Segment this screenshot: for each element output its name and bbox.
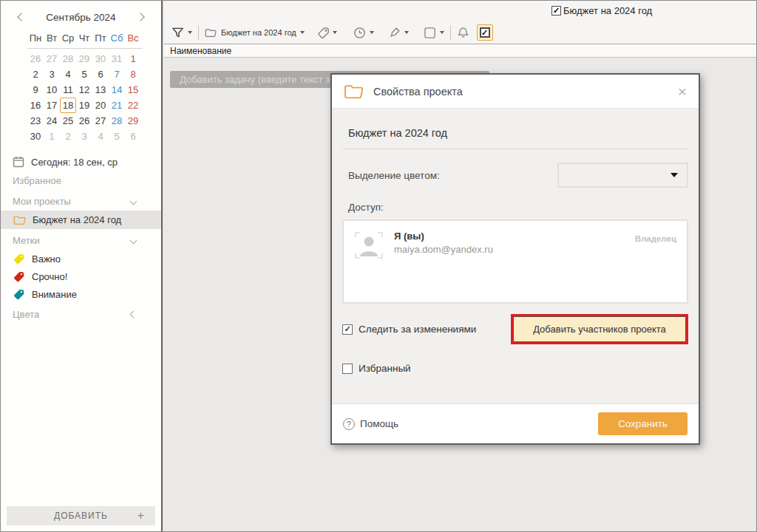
bell-icon	[457, 27, 469, 39]
divider	[342, 149, 688, 149]
calendar-day-today[interactable]: 18	[60, 98, 76, 113]
sidebar-section-favorites[interactable]: Избранное	[1, 171, 161, 190]
access-label: Доступ:	[342, 202, 688, 213]
calendar-day[interactable]: 15	[125, 82, 141, 98]
calendar-day[interactable]: 5	[109, 129, 125, 144]
calendar-day[interactable]: 27	[92, 113, 109, 129]
calendar-day[interactable]: 26	[27, 51, 44, 66]
sidebar-section-my-projects[interactable]: Мои проекты	[1, 191, 161, 211]
add-task-placeholder: Добавить задачу (введите текст зада	[180, 74, 346, 85]
calendar-day[interactable]: 25	[60, 113, 76, 129]
calendar-day[interactable]: 16	[27, 98, 44, 113]
close-icon[interactable]: ×	[678, 83, 687, 99]
calendar-day[interactable]: 19	[76, 98, 92, 113]
save-button[interactable]: Сохранить	[598, 412, 688, 435]
column-header-row[interactable]: Наименование	[164, 44, 756, 58]
calendar-day[interactable]: 12	[76, 82, 92, 98]
paint-menu-button[interactable]	[389, 27, 409, 38]
sidebar-section-colors[interactable]: Цвета	[1, 304, 161, 324]
sidebar-item-today[interactable]: Сегодня: 18 сен, ср	[13, 154, 161, 169]
calendar-day[interactable]: 9	[27, 82, 44, 98]
colors-section-label: Цвета	[13, 309, 39, 320]
dropdown-arrow-icon	[404, 31, 409, 34]
calendar-day[interactable]: 2	[60, 129, 76, 144]
sidebar-item-tag[interactable]: Внимание	[1, 285, 161, 303]
shape-menu-button[interactable]	[424, 27, 444, 39]
calendar-day[interactable]: 3	[76, 129, 92, 144]
calendar-day[interactable]: 20	[92, 98, 109, 113]
calendar-day[interactable]: 1	[44, 129, 60, 144]
sidebar-item-project-selected[interactable]: Бюджет на 2024 год	[1, 211, 161, 229]
access-list: Я (вы) maiya.dom@yandex.ru Владелец	[342, 219, 688, 304]
clock-icon	[353, 27, 366, 39]
app-window: Сентябрь 2024 ПнВтСрЧтПтСбВс 26272829303…	[0, 0, 757, 532]
folder-icon	[13, 215, 26, 225]
calendar-day[interactable]: 31	[109, 51, 125, 66]
calendar-day[interactable]: 30	[92, 51, 109, 66]
calendar-day[interactable]: 30	[27, 129, 44, 144]
calendar-day[interactable]: 14	[109, 82, 125, 98]
watch-changes-checkbox[interactable]: ✓ Следить за изменениями	[342, 324, 476, 335]
calendar-day[interactable]: 6	[92, 66, 109, 82]
completed-toggle-button[interactable]: ✓	[477, 24, 493, 41]
calendar-day[interactable]: 29	[125, 113, 141, 129]
my-projects-label: Мои проекты	[13, 196, 71, 207]
calendar-day[interactable]: 28	[109, 113, 125, 129]
calendar-day[interactable]: 11	[60, 82, 76, 98]
project-selector-button[interactable]: Бюджет на 2024 год	[205, 28, 305, 38]
calendar-day[interactable]: 28	[60, 51, 76, 66]
question-icon: ?	[343, 418, 355, 430]
add-members-button[interactable]: Добавить участников проекта	[513, 316, 686, 342]
project-label: Бюджет на 2024 год	[33, 214, 121, 225]
calendar-day[interactable]: 26	[76, 113, 92, 129]
tag-icon	[13, 271, 24, 282]
calendar-month-title: Сентябрь 2024	[46, 12, 115, 23]
calendar-day[interactable]: 29	[76, 51, 92, 66]
favorite-checkbox[interactable]: Избранный	[342, 363, 688, 374]
calendar-day[interactable]: 4	[92, 129, 109, 144]
chevron-down-icon	[130, 236, 138, 244]
time-menu-button[interactable]	[353, 27, 374, 39]
help-link[interactable]: ? Помощь	[343, 418, 398, 430]
dialog-body: Бюджет на 2024 год Выделение цветом: Дос…	[332, 127, 699, 374]
calendar-day[interactable]: 23	[27, 113, 44, 129]
filter-button[interactable]	[172, 27, 192, 39]
calendar-day[interactable]: 3	[44, 66, 60, 82]
calendar-day[interactable]: 21	[109, 98, 125, 113]
tag-menu-button[interactable]	[318, 27, 337, 38]
project-name-field[interactable]: Бюджет на 2024 год	[348, 127, 688, 139]
calendar-next-icon[interactable]	[136, 13, 144, 21]
member-role-badge: Владелец	[635, 234, 676, 243]
tags-section-label: Метки	[13, 235, 40, 246]
highlight-color-select[interactable]	[557, 163, 688, 188]
dropdown-arrow-icon	[300, 31, 305, 34]
calendar-day[interactable]: 6	[125, 129, 141, 144]
checkbox-on-icon: ✓	[480, 27, 490, 38]
sidebar-item-tag[interactable]: Срочно!	[1, 267, 161, 285]
sidebar-item-tag[interactable]: Важно	[1, 250, 161, 267]
project-visibility-toggle[interactable]: ✓ Бюджет на 2024 год	[551, 5, 652, 16]
calendar-day[interactable]: 4	[60, 66, 76, 82]
calendar-day[interactable]: 27	[44, 51, 60, 66]
calendar-day[interactable]: 13	[92, 82, 109, 98]
calendar-weekday: Пт	[92, 30, 109, 46]
checkbox-checked-icon[interactable]: ✓	[551, 6, 561, 16]
member-info: Я (вы) maiya.dom@yandex.ru	[394, 231, 493, 255]
member-name: Я (вы)	[394, 231, 493, 242]
dropdown-arrow-icon	[333, 31, 337, 34]
dialog-footer: ? Помощь Сохранить	[332, 403, 699, 443]
calendar-day[interactable]: 24	[44, 113, 60, 129]
calendar-day[interactable]: 2	[27, 66, 44, 82]
calendar-day[interactable]: 7	[109, 66, 125, 82]
calendar-day[interactable]: 8	[125, 66, 141, 82]
calendar-weekday: Пн	[27, 30, 44, 46]
calendar-day[interactable]: 17	[44, 98, 60, 113]
calendar-day[interactable]: 5	[76, 66, 92, 82]
calendar-prev-icon[interactable]	[17, 13, 25, 21]
calendar-day[interactable]: 22	[125, 98, 141, 113]
notifications-button[interactable]	[457, 27, 469, 39]
calendar-day[interactable]: 1	[125, 51, 141, 66]
calendar-day[interactable]: 10	[44, 82, 60, 98]
add-button[interactable]: ДОБАВИТЬ +	[7, 506, 155, 525]
sidebar-section-tags[interactable]: Метки	[1, 231, 161, 250]
